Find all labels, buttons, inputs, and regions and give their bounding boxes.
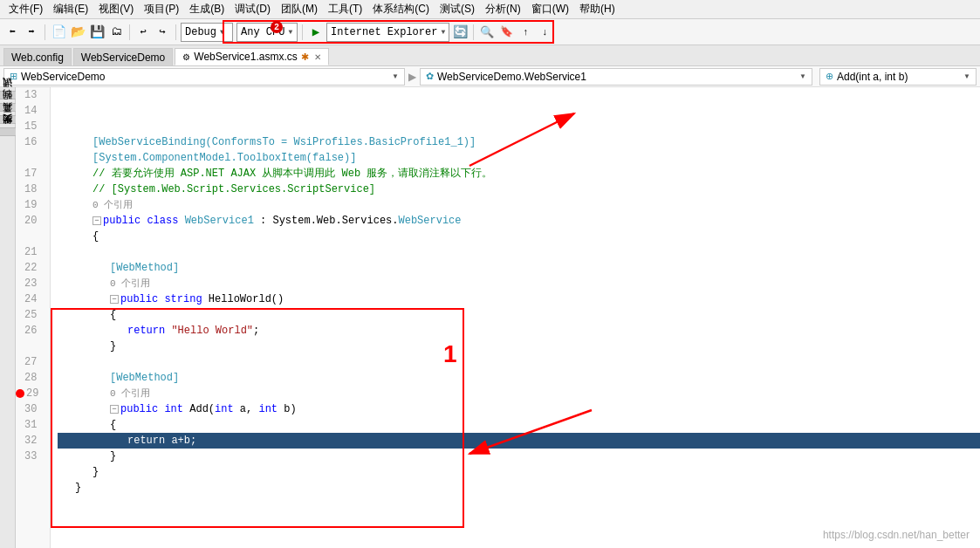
tab-bar: Web.config WebServiceDemo ⚙ WebService1.… [0, 45, 980, 66]
save-all-button[interactable]: 🗂 [107, 24, 125, 41]
menu-edit[interactable]: 编辑(E) [48, 1, 93, 17]
code-token: { [110, 307, 116, 323]
line-gutter-15: 15 [16, 119, 45, 134]
code-token: "Hello World" [171, 323, 253, 339]
start-button[interactable]: ▶ [307, 24, 325, 41]
tab-webconfig[interactable]: Web.config [3, 48, 72, 65]
tab-webservice1[interactable]: ⚙ WebService1.asmx.cs ✱ ✕ [175, 48, 328, 65]
line-gutter-16: 16 [16, 134, 45, 150]
line-gutter-27: 27 [16, 354, 45, 370]
line-number-text: 32 [24, 433, 37, 449]
menu-tools[interactable]: 工具(T) [323, 1, 367, 17]
line-gutter-32: 32 [16, 433, 45, 449]
menu-file[interactable]: 文件(F) [3, 1, 48, 17]
menu-architecture[interactable]: 体系结构(C) [367, 1, 435, 17]
line-number-text: 20 [24, 213, 37, 229]
separator1 [45, 24, 45, 40]
code-token [158, 401, 164, 417]
tab-save-indicator: ✱ [301, 51, 309, 63]
collapse-button[interactable]: − [93, 216, 101, 225]
cpu-dropdown-arrow: ▼ [288, 28, 292, 36]
line-gutter-25: 25 [16, 307, 45, 323]
nav-button1[interactable]: ↑ [517, 24, 534, 41]
method-dropdown[interactable]: ⊕ Add(int a, int b) ▼ [819, 68, 977, 86]
browser-dropdown[interactable]: Internet Explorer ▼ [326, 23, 449, 42]
menu-project[interactable]: 项目(P) [139, 1, 184, 17]
code-token: 0 个引用 [110, 386, 150, 401]
menu-view[interactable]: 视图(V) [93, 1, 139, 17]
code-line-7 [58, 244, 980, 260]
code-token: : System.Web.Services. [254, 213, 399, 229]
code-token: HelloWorld() [202, 291, 284, 307]
tab-webservice1-close[interactable]: ✕ [314, 52, 321, 62]
member-dropdown[interactable]: ✿ WebServiceDemo.WebService1 ▼ [420, 68, 812, 86]
menu-analyze[interactable]: 分析(N) [480, 1, 526, 17]
collapse-button[interactable]: − [110, 295, 119, 304]
separator5 [473, 24, 474, 40]
line-gutter-19: 19 [16, 197, 45, 213]
code-token: string [164, 291, 202, 307]
line-gutter-29: 29 [16, 386, 45, 401]
no-breakpoint [16, 311, 24, 319]
line-gutter-20: 20 [16, 213, 45, 229]
code-line-4: 0 个引用 [58, 197, 980, 213]
method-icon: ⊕ [826, 71, 833, 82]
left-panel-outline[interactable]: 文档大纲 [0, 127, 17, 136]
line-gutter-30: 30 [16, 401, 45, 417]
code-token [158, 291, 164, 307]
tab-webservicedemo[interactable]: WebServiceDemo [73, 48, 173, 65]
line-number-text: 24 [24, 291, 37, 307]
debug-dropdown-arrow: ▼ [220, 28, 224, 36]
menu-team[interactable]: 团队(M) [276, 1, 323, 17]
no-breakpoint [16, 106, 24, 115]
no-breakpoint [16, 373, 24, 382]
no-breakpoint [16, 216, 24, 225]
no-breakpoint [16, 154, 24, 162]
undo-button[interactable]: ↩ [134, 24, 152, 41]
code-token: return [127, 323, 165, 339]
class-dropdown[interactable]: ⊞ WebServiceDemo ▼ [3, 68, 405, 86]
line-number-text: 19 [24, 197, 37, 213]
cpu-dropdown[interactable]: Any CPU ▼ [236, 23, 298, 42]
menu-test[interactable]: 测试(S) [435, 1, 480, 17]
line-gutter-17: 17 [16, 166, 45, 182]
collapse-button[interactable]: − [110, 405, 119, 414]
separator3 [175, 24, 176, 40]
method-dropdown-label: Add(int a, int b) [837, 71, 908, 83]
class-dropdown-label: WebServiceDemo [21, 71, 105, 83]
bookmark-button[interactable]: 🔖 [497, 24, 515, 41]
menu-build[interactable]: 生成(B) [184, 1, 230, 17]
code-line-16: 0 个引用 [58, 386, 980, 401]
line-number-text: 31 [24, 417, 37, 433]
nav-button2[interactable]: ↓ [536, 24, 553, 41]
left-panel-debug[interactable]: 调试 [0, 91, 17, 99]
new-file-button[interactable]: 📄 [50, 24, 67, 41]
menu-window[interactable]: 窗口(W) [526, 1, 574, 17]
left-panel-force-debug[interactable]: 强制 [0, 103, 17, 112]
debug-mode-label: Debug [185, 26, 216, 38]
forward-button[interactable]: ➡ [23, 24, 40, 41]
menu-help[interactable]: 帮助(H) [574, 1, 620, 17]
breakpoint-dot[interactable] [16, 389, 24, 398]
method-dropdown-arrow: ▼ [963, 72, 970, 80]
search-button[interactable]: 🔍 [478, 24, 496, 41]
code-token: [System.ComponentModel.ToolboxItem(false… [93, 150, 356, 166]
no-breakpoint [16, 342, 24, 351]
line-gutter-21: 21 [16, 244, 45, 260]
code-token: public [103, 213, 140, 229]
redo-button[interactable]: ↪ [154, 24, 171, 41]
menu-debug[interactable]: 调试(D) [230, 1, 276, 17]
open-file-button[interactable]: 📂 [69, 24, 86, 41]
line-number-text: 28 [24, 370, 37, 386]
back-button[interactable]: ⬅ [3, 24, 21, 41]
refresh-button[interactable]: 🔄 [451, 24, 469, 41]
debug-mode-dropdown[interactable]: Debug ▼ [181, 23, 233, 42]
save-button[interactable]: 💾 [88, 24, 106, 41]
no-breakpoint [16, 264, 24, 272]
code-line-19: return a+b; [58, 433, 980, 449]
left-panel-toolbox[interactable]: 工具箱 [0, 115, 17, 124]
code-token: int [164, 401, 183, 417]
code-area[interactable]: [WebServiceBinding(ConformsTo = WsiProfi… [51, 87, 980, 548]
no-breakpoint [16, 326, 24, 335]
line-number-text: 30 [24, 401, 37, 417]
